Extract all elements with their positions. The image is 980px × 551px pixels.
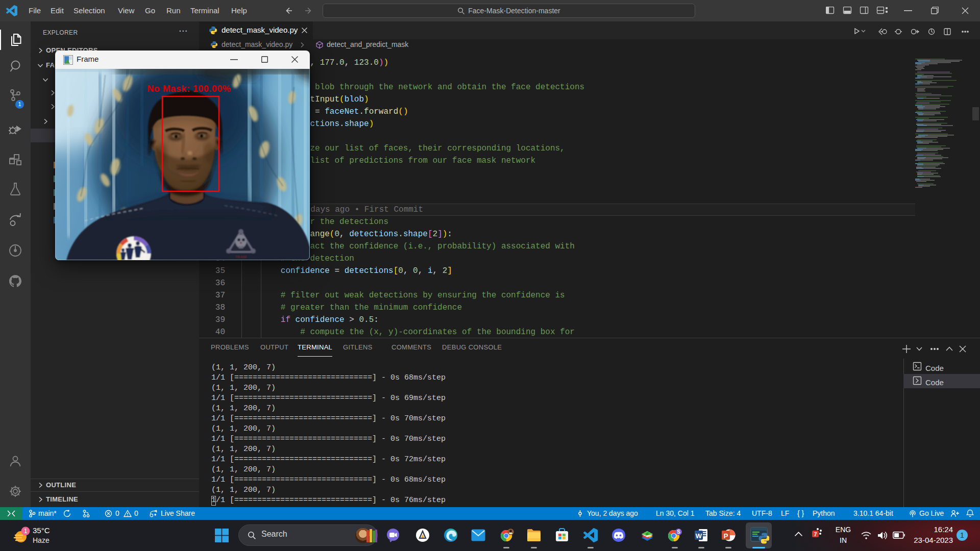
svg-text:S: S [677,529,680,535]
svg-text:W: W [696,532,702,540]
svg-text:TEAM: TEAM [235,255,247,259]
svg-text:P: P [724,532,728,540]
svg-text:1: 1 [24,528,28,535]
svg-text:No Mask: 100.00%: No Mask: 100.00% [148,84,231,94]
svg-text:7: 7 [814,531,817,537]
